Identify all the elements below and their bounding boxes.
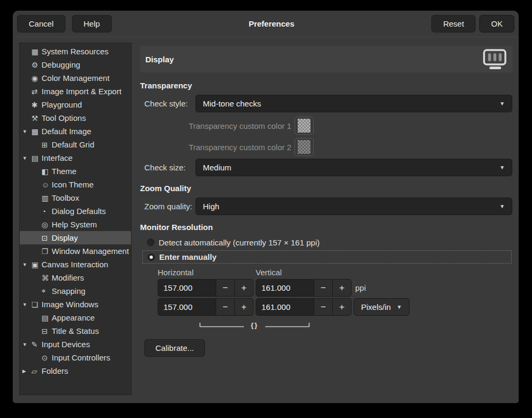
sidebar-item-dialog-defaults[interactable]: ◔ Dialog Defaults <box>20 204 131 218</box>
icon-theme-icon: ☺ <box>42 181 52 189</box>
check-style-label: Check style: <box>140 99 195 108</box>
radio-checked-icon[interactable] <box>148 253 155 261</box>
sidebar-item-label: Icon Theme <box>52 180 94 189</box>
expander-expanded-icon[interactable]: ▼ <box>22 302 31 307</box>
window-management-icon: ❐ <box>42 247 52 256</box>
zoom-quality-dropdown[interactable]: High ▼ <box>195 198 512 215</box>
ok-button[interactable]: OK <box>479 15 514 32</box>
dialog-defaults-icon: ◔ <box>42 207 52 216</box>
unit-dropdown[interactable]: Pixels/in ▼ <box>354 298 410 316</box>
chain-broken-icon: {} <box>158 321 351 329</box>
resolution-row-1: 157.000 − + 161.000 − + ppi <box>158 279 512 297</box>
sidebar-item-canvas-interaction[interactable]: ▼ ▣ Canvas Interaction <box>20 258 131 271</box>
check-size-dropdown[interactable]: Medium ▼ <box>195 159 512 176</box>
sidebar-item-label: Image Windows <box>42 300 99 309</box>
sidebar-item-modifiers[interactable]: ⌘ Modifiers <box>20 271 131 284</box>
minus-button[interactable]: − <box>314 279 333 297</box>
sidebar-item-label: Folders <box>42 366 68 375</box>
image-import-export-icon: ⇄ <box>31 87 42 96</box>
sidebar-item-label: Canvas Interaction <box>42 260 108 269</box>
vertical-unit-input[interactable]: 161.000 <box>256 298 314 316</box>
sidebar-item-label: System Resources <box>42 47 109 56</box>
sidebar-item-appearance[interactable]: ▤ Appearance <box>20 311 131 324</box>
appearance-icon: ▤ <box>42 314 52 322</box>
enter-manually-option[interactable]: Enter manually <box>142 250 512 264</box>
sidebar-item-folders[interactable]: ▶ ▱ Folders <box>20 364 131 378</box>
radio-unchecked-icon[interactable] <box>147 239 154 246</box>
sidebar-item-display[interactable]: ⊡ Display <box>20 231 131 244</box>
plus-button[interactable]: + <box>235 298 253 316</box>
sidebar-item-window-management[interactable]: ❐ Window Management <box>20 244 131 258</box>
minus-button[interactable]: − <box>216 298 235 316</box>
help-button[interactable]: Help <box>72 15 112 32</box>
ppi-unit-label: ppi <box>355 283 366 292</box>
sidebar-item-help-system[interactable]: ◎ Help System <box>20 218 131 231</box>
checkerboard-swatch-icon <box>298 119 310 133</box>
sidebar-item-input-controllers[interactable]: ⊙ Input Controllers <box>20 351 131 364</box>
sidebar-item-color-management[interactable]: ◉ Color Management <box>20 71 131 85</box>
sidebar-item-image-windows[interactable]: ▼ ❏ Image Windows <box>20 298 131 311</box>
sidebar-item-label: Theme <box>52 167 77 176</box>
calibrate-button[interactable]: Calibrate... <box>144 339 205 357</box>
default-image-icon: ▩ <box>31 127 42 136</box>
sidebar-item-label: Snapping <box>52 286 85 296</box>
custom-color-2-label: Transparency custom color 2 <box>140 143 294 152</box>
expander-collapsed-icon[interactable]: ▶ <box>22 368 31 374</box>
page-header: Display <box>140 46 512 72</box>
plus-button[interactable]: + <box>235 279 253 297</box>
sidebar-item-system-resources[interactable]: ▦ System Resources <box>20 45 131 58</box>
titlebar-left-buttons: Cancel Help <box>17 15 112 32</box>
detect-automatically-option[interactable]: Detect automatically (currently 157 × 16… <box>140 236 512 248</box>
horizontal-unit-input[interactable]: 157.000 <box>158 298 216 316</box>
minus-button[interactable]: − <box>216 279 235 297</box>
tool-options-icon: ⚒ <box>31 114 42 122</box>
custom-color-1-swatch-button[interactable] <box>294 117 314 135</box>
dialog-titlebar: Cancel Help Preferences Reset OK <box>13 11 519 37</box>
sidebar-item-debugging[interactable]: ⚙ Debugging <box>20 58 131 71</box>
expander-expanded-icon[interactable]: ▼ <box>22 155 31 161</box>
sidebar-item-label: Tool Options <box>42 113 86 122</box>
playground-icon: ✱ <box>31 101 42 109</box>
expander-expanded-icon[interactable]: ▼ <box>22 342 31 347</box>
custom-color-2-swatch-button[interactable] <box>294 138 314 156</box>
chain-link-toggle[interactable]: {} <box>158 321 351 330</box>
default-grid-icon: ⊞ <box>42 141 52 149</box>
sidebar-item-tool-options[interactable]: ⚒ Tool Options <box>20 111 131 125</box>
plus-button[interactable]: + <box>333 298 351 316</box>
sidebar-item-theme[interactable]: ◧ Theme <box>20 165 131 178</box>
display-icon: ⊡ <box>42 234 52 242</box>
dialog-content: ▦ System Resources ⚙ Debugging ◉ Color M… <box>19 43 512 395</box>
sidebar-item-icon-theme[interactable]: ☺ Icon Theme <box>20 178 131 191</box>
theme-icon: ◧ <box>42 167 52 176</box>
input-devices-icon: ✎ <box>31 340 42 349</box>
expander-expanded-icon[interactable]: ▼ <box>22 129 31 134</box>
sidebar-item-snapping[interactable]: ⌖ Snapping <box>20 284 131 298</box>
expander-expanded-icon[interactable]: ▼ <box>22 262 31 267</box>
sidebar-item-image-import-export[interactable]: ⇄ Image Import & Export <box>20 85 131 98</box>
sidebar-item-label: Display <box>52 233 78 242</box>
sidebar-item-playground[interactable]: ✱ Playground <box>20 98 131 111</box>
sidebar-item-title-status[interactable]: ⊟ Title & Status <box>20 324 131 338</box>
cancel-button[interactable]: Cancel <box>17 15 66 32</box>
detect-automatically-label: Detect automatically (currently 157 × 16… <box>159 238 320 247</box>
sidebar-item-label: Window Management <box>52 247 129 256</box>
sidebar-item-interface[interactable]: ▼ ▤ Interface <box>20 151 131 165</box>
monitor-resolution-heading: Monitor Resolution <box>140 223 512 232</box>
sidebar-item-toolbox[interactable]: ▥ Toolbox <box>20 191 131 204</box>
check-style-dropdown[interactable]: Mid-tone checks ▼ <box>195 95 512 112</box>
plus-button[interactable]: + <box>333 279 351 297</box>
resolution-column-labels: Horizontal Vertical <box>158 268 512 277</box>
sidebar-tree: ▦ System Resources ⚙ Debugging ◉ Color M… <box>19 43 132 395</box>
sidebar-item-default-grid[interactable]: ⊞ Default Grid <box>20 138 131 151</box>
sidebar-item-label: Image Import & Export <box>42 87 121 96</box>
sidebar-item-default-image[interactable]: ▼ ▩ Default Image <box>20 125 131 138</box>
custom-color-1-row: Transparency custom color 1 <box>140 116 512 135</box>
minus-button[interactable]: − <box>314 298 333 316</box>
sidebar-item-input-devices[interactable]: ▼ ✎ Input Devices <box>20 338 131 351</box>
horizontal-ppi-input[interactable]: 157.000 <box>158 279 216 297</box>
transparency-heading: Transparency <box>140 81 512 91</box>
sidebar-item-label: Title & Status <box>52 326 99 335</box>
sidebar-item-label: Help System <box>52 220 97 229</box>
reset-button[interactable]: Reset <box>431 15 476 32</box>
vertical-ppi-input[interactable]: 161.000 <box>256 279 314 297</box>
